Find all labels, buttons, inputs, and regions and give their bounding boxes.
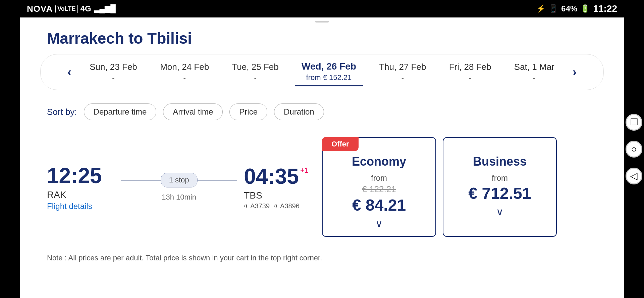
economy-chevron-icon: ∨ — [375, 218, 383, 229]
date-item-5[interactable]: Fri, 28 Feb - — [442, 58, 498, 86]
bluetooth-icon: ⚡ — [536, 4, 545, 13]
departure-time: 12:25 — [47, 163, 114, 188]
arrival-time-wrap: 04:35 +1 — [244, 164, 309, 189]
pricing-note: Note : All prices are per adult. Total p… — [20, 250, 624, 266]
flight-num-1: ✈ A3739 — [244, 202, 270, 210]
date-prev-button[interactable]: ‹ — [61, 65, 78, 79]
date-item-3-active[interactable]: Wed, 26 Feb from € 152.21 — [295, 58, 363, 86]
departure-info: 12:25 RAK Flight details — [47, 163, 114, 211]
economy-from-label: from — [371, 173, 387, 183]
sort-duration-button[interactable]: Duration — [274, 103, 324, 120]
drag-indicator — [315, 21, 329, 23]
flight-num-2: ✈ A3896 — [274, 202, 300, 210]
battery-icon: 🔋 — [581, 4, 590, 13]
hw-buttons-area: ☐ ○ ◁ — [624, 0, 644, 298]
volte-badge: VoLTE — [55, 5, 77, 13]
date-item-0[interactable]: Sun, 23 Feb - — [83, 58, 144, 86]
flight-details-link[interactable]: Flight details — [47, 202, 114, 211]
route-line: 1 stop 13h 10min — [121, 173, 237, 202]
sort-bar: Sort by: Departure time Arrival time Pri… — [20, 100, 624, 124]
stop-badge: 1 stop — [161, 173, 198, 187]
date-selector: ‹ Sun, 23 Feb - Mon, 24 Feb - Tue, 25 Fe… — [40, 54, 604, 90]
departure-code: RAK — [47, 189, 114, 200]
phone-icon: 📱 — [549, 4, 558, 13]
status-bar: NOVA VoLTE 4G ▂▄▆█ ⚡ 📱 64% 🔋 11:22 — [20, 0, 624, 17]
status-right: ⚡ 📱 64% 🔋 11:22 — [536, 3, 617, 14]
back-button[interactable]: ◁ — [626, 168, 642, 184]
sort-by-label: Sort by: — [47, 107, 77, 117]
square-button[interactable]: ☐ — [626, 114, 642, 131]
date-item-4[interactable]: Thu, 27 Feb - — [372, 58, 433, 86]
business-fare-card[interactable]: Business from € 712.51 ∨ — [443, 137, 557, 237]
arrival-info: 04:35 +1 TBS ✈ A3739 ✈ A3896 — [244, 164, 309, 210]
time-label: 11:22 — [593, 3, 617, 14]
sort-arrival-button[interactable]: Arrival time — [163, 103, 223, 120]
economy-label: Economy — [352, 155, 406, 169]
economy-fare-card[interactable]: Offer Economy from € 122.21 € 84.21 ∨ — [322, 137, 436, 237]
arrival-time: 04:35 — [244, 164, 299, 189]
date-next-button[interactable]: › — [566, 65, 583, 79]
sort-price-button[interactable]: Price — [229, 103, 267, 120]
date-item-2[interactable]: Tue, 25 Feb - — [225, 58, 285, 86]
business-chevron-icon: ∨ — [496, 206, 503, 218]
flight-info: 12:25 RAK Flight details 1 stop 13h 10mi… — [47, 163, 309, 211]
business-price: € 712.51 — [469, 184, 531, 203]
status-left: NOVA VoLTE 4G ▂▄▆█ — [27, 4, 116, 14]
date-item-1[interactable]: Mon, 24 Feb - — [153, 58, 216, 86]
circle-button[interactable]: ○ — [626, 141, 642, 158]
carrier-label: NOVA — [27, 4, 53, 14]
plane-icon-2: ✈ — [274, 203, 279, 210]
economy-price: € 84.21 — [352, 196, 406, 214]
sort-departure-button[interactable]: Departure time — [84, 103, 157, 120]
fare-cards: Offer Economy from € 122.21 € 84.21 ∨ Bu… — [322, 137, 597, 237]
signal-bars-icon: ▂▄▆█ — [94, 4, 116, 13]
duration-text: 13h 10min — [162, 193, 196, 202]
flight-card: 12:25 RAK Flight details 1 stop 13h 10mi… — [20, 130, 624, 244]
flight-numbers: ✈ A3739 ✈ A3896 — [244, 202, 309, 210]
date-items: Sun, 23 Feb - Mon, 24 Feb - Tue, 25 Feb … — [78, 58, 566, 86]
battery-label: 64% — [561, 4, 577, 13]
page-title: Marrakech to Tbilisi — [20, 26, 624, 54]
arrival-code: TBS — [244, 190, 309, 201]
economy-original-price: € 122.21 — [362, 184, 396, 195]
date-item-6[interactable]: Sat, 1 Mar - — [507, 58, 561, 86]
signal-label: 4G — [80, 4, 91, 13]
business-from-label: from — [492, 173, 508, 183]
offer-badge: Offer — [322, 137, 359, 151]
business-label: Business — [473, 155, 527, 169]
top-indicator — [20, 17, 624, 26]
plane-icon-1: ✈ — [244, 203, 249, 210]
day-plus-label: +1 — [300, 166, 309, 175]
